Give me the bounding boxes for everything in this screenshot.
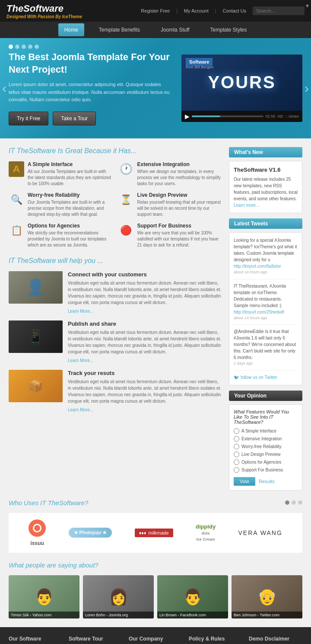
tweet-time-3: 2 days ago xyxy=(234,361,298,367)
slider-dot-3[interactable] xyxy=(22,45,26,49)
logos-container: issuu ★ Photojojo ★ ♦♦♦ milkmade xyxy=(9,513,302,553)
nav-home[interactable]: Home xyxy=(58,23,84,36)
results-link[interactable]: Results xyxy=(259,479,275,484)
video-thumbnail[interactable]: Software from Bill Bergen YOURS xyxy=(181,54,302,111)
testimonial-4: 👴 Ben Johnson - Twitter.com xyxy=(232,575,302,618)
play-button[interactable]: ▶ xyxy=(185,113,190,120)
features-grid: A A Simple Interface All our Joomla Temp… xyxy=(9,161,222,248)
learn-more-1[interactable]: Learn More... xyxy=(68,309,93,314)
feature-desc-5: We strictly use the recommendations prov… xyxy=(28,230,113,248)
milkmade-badge: ♦♦♦ milkmade xyxy=(135,529,173,537)
tweet-link-1[interactable]: http://tinyurl.com/6a9otvr xyxy=(234,264,281,269)
help-text-2: Publish and share Vestibulum eget nulla … xyxy=(68,320,222,363)
learn-more-2[interactable]: Learn More... xyxy=(68,358,93,363)
nav-benefits[interactable]: Template Benefits xyxy=(93,23,146,36)
opinion-radio-4[interactable] xyxy=(234,452,239,457)
take-tour-button[interactable]: Take a Tour xyxy=(53,112,96,125)
help-item-1: 👤 Connect with your customers Vestibulum… xyxy=(9,271,222,314)
person-face-icon-1: 👨 xyxy=(35,588,54,606)
video-box: Software from Bill Bergen YOURS ▶ 01:55 … xyxy=(181,54,302,122)
tweet-link-2[interactable]: http://tinyurl.com/25hedw8 xyxy=(234,310,284,314)
feature-item-5: 📋 Options for Agencies We strictly use t… xyxy=(9,223,113,248)
logo: TheSoftware xyxy=(6,3,141,14)
feature-icon-3: 🔍 xyxy=(9,192,24,208)
feature-text-2: Extensive Integration When we design our… xyxy=(137,161,223,187)
register-link[interactable]: Register Free xyxy=(141,8,170,13)
video-icons: HD :: vimeo xyxy=(277,114,299,119)
opinion-option-6: Support For Business xyxy=(234,467,298,473)
testimonial-caption-3: Lin Brown - FaceBook.com xyxy=(157,612,228,618)
who-dot-3[interactable] xyxy=(298,500,302,505)
testimonial-caption-4: Ben Johnson - Twitter.com xyxy=(232,612,302,618)
footer-main: Our Software Pricing Examples Features S… xyxy=(0,627,311,644)
help-desc-2: Vestibulum eget nulla sit amet risus fer… xyxy=(68,329,222,355)
nav-styles[interactable]: Template Styles xyxy=(204,23,253,36)
footer-col-3: Our Company About Us Contact us Press Ce… xyxy=(129,636,182,644)
try-free-button[interactable]: Try it Free xyxy=(9,112,48,125)
who-uses-section: Who Uses IT TheSoftware? issuu xyxy=(9,499,302,553)
feature-title-5: Options for Agencies xyxy=(28,223,113,229)
video-subtitle: from Bill Bergen xyxy=(186,65,213,69)
tweet-text-1: Looking for a special #Joomla template? … xyxy=(234,238,297,262)
tweet-time-1: about 14 hours ago xyxy=(234,269,298,276)
tweet-text-2: IT TheRestaurant, #Joomla template on Ic… xyxy=(234,284,286,308)
feature-icon-2: 🕐 xyxy=(118,161,134,177)
footer-col-title-1: Our Software xyxy=(9,636,62,644)
follow-twitter-link[interactable]: 🐦 follow us on Twitter xyxy=(234,374,298,381)
slider-dot-4[interactable] xyxy=(28,45,32,49)
feature-desc-6: We are very sure that you will be 100% s… xyxy=(137,230,223,248)
latest-tweets-label: Latest Tweets xyxy=(229,218,302,229)
my-account-link[interactable]: My Account xyxy=(184,8,209,13)
issuu-logo: issuu xyxy=(29,519,46,546)
opinion-radio-2[interactable] xyxy=(234,436,239,442)
header-nav: Register Free | My Account | Contact Us xyxy=(141,6,305,15)
slider-dot-1[interactable] xyxy=(9,45,13,49)
video-progress-bar[interactable] xyxy=(192,115,263,117)
logo-area: TheSoftware Designed With Passion By Ice… xyxy=(6,3,141,19)
photojojo-logo: ★ Photojojo ★ xyxy=(69,528,112,538)
feature-item-2: 🕐 Extensive Integration When we design o… xyxy=(118,161,223,187)
opinion-radio-6[interactable] xyxy=(234,467,239,473)
footer-col-5: Demo Dsclaimer All the content found in … xyxy=(249,636,302,644)
help-items: 👤 Connect with your customers Vestibulum… xyxy=(9,271,222,413)
learn-more-sidebar[interactable]: Learn more... xyxy=(234,203,259,208)
slider-next[interactable]: › xyxy=(305,81,309,96)
opinion-question: What Features Would You Like To See Into… xyxy=(234,409,298,425)
help-title-2: Publish and share xyxy=(68,320,222,327)
who-dot-1[interactable] xyxy=(285,500,289,505)
slider-prev[interactable]: ‹ xyxy=(2,81,6,96)
slider-dot-5[interactable] xyxy=(35,45,39,49)
hero-video: Software from Bill Bergen YOURS ▶ 01:55 … xyxy=(181,54,302,122)
opinion-radio-5[interactable] xyxy=(234,459,239,465)
who-dot-2[interactable] xyxy=(292,500,296,505)
testimonials-title: What people are saying about? xyxy=(9,561,302,569)
person-face-icon-2: 👩 xyxy=(109,588,128,606)
slider-dot-2[interactable] xyxy=(15,45,19,49)
contact-link[interactable]: Contact Us xyxy=(223,8,246,13)
testimonial-3: 👨 Lin Brown - FaceBook.com xyxy=(157,575,228,618)
who-uses-dots xyxy=(285,500,302,505)
vera-wang-text: Vera Wang xyxy=(238,529,282,536)
feature-title-1: A Simple Interface xyxy=(28,161,113,167)
opinion-option-2: Extensive Integration xyxy=(234,436,298,442)
tweet-3: @AndrewEddie Is it true that #Joomla 1.6… xyxy=(234,328,298,371)
feature-text-4: Live Design Preview Relax yourself knowi… xyxy=(137,192,223,218)
issuu-inner-circle xyxy=(33,524,41,532)
dropdown-icon[interactable]: ▾ xyxy=(306,2,309,9)
tweet-1: Looking for a special #Joomla template? … xyxy=(234,237,298,279)
opinion-radio-3[interactable] xyxy=(234,444,239,449)
vote-button[interactable]: Vote xyxy=(234,477,255,486)
help-image-2: 📱 xyxy=(9,320,63,353)
help-title-3: Track your resuts xyxy=(68,370,222,376)
main-content: IT TheSoftware Is Great Because it Has..… xyxy=(0,138,311,627)
version-desc: Our latest release includes 25 new templ… xyxy=(234,176,298,202)
tweet-time-2: about 14 hours ago xyxy=(234,315,298,321)
opinion-radio-1[interactable] xyxy=(234,428,239,434)
help-item-2: 📱 Publish and share Vestibulum eget null… xyxy=(9,320,222,363)
search-input[interactable] xyxy=(253,6,305,15)
dippidy-logo: dippidydotsIce Cream xyxy=(196,524,216,542)
learn-more-3[interactable]: Learn More... xyxy=(68,407,93,412)
letter-icon: A xyxy=(9,161,24,177)
nav-joomla[interactable]: Joomla Stuff xyxy=(155,23,195,36)
testimonial-caption-1: Timon Siik - Yahoo.com xyxy=(9,612,79,618)
